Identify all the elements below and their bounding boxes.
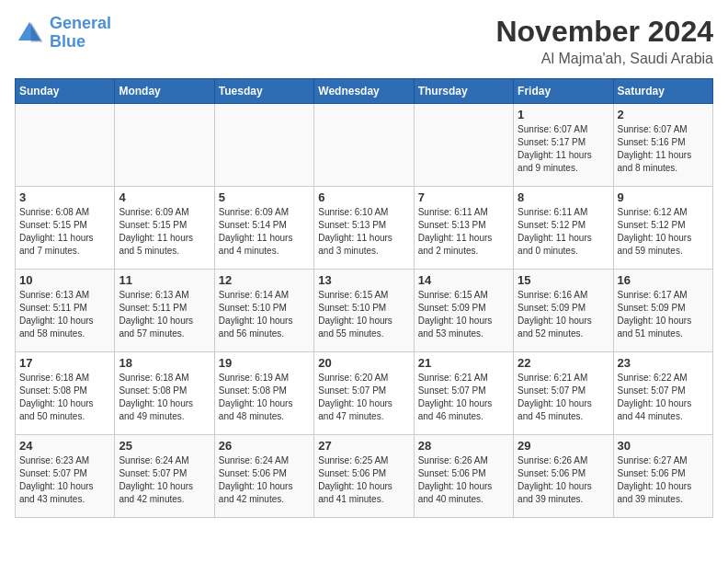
day-info: Sunrise: 6:21 AM Sunset: 5:07 PM Dayligh… bbox=[518, 372, 609, 423]
calendar-cell: 9Sunrise: 6:12 AM Sunset: 5:12 PM Daylig… bbox=[613, 187, 712, 270]
day-number: 8 bbox=[518, 190, 609, 204]
day-number: 7 bbox=[418, 190, 509, 204]
calendar-cell bbox=[414, 104, 513, 187]
day-number: 11 bbox=[119, 273, 210, 287]
calendar-cell: 3Sunrise: 6:08 AM Sunset: 5:15 PM Daylig… bbox=[16, 187, 115, 270]
day-number: 6 bbox=[318, 190, 409, 204]
calendar-cell bbox=[214, 104, 313, 187]
day-info: Sunrise: 6:26 AM Sunset: 5:06 PM Dayligh… bbox=[518, 454, 609, 506]
header-row: Sunday Monday Tuesday Wednesday Thursday… bbox=[16, 79, 713, 104]
day-info: Sunrise: 6:21 AM Sunset: 5:07 PM Dayligh… bbox=[418, 372, 509, 423]
day-info: Sunrise: 6:13 AM Sunset: 5:11 PM Dayligh… bbox=[19, 289, 110, 340]
header-sunday: Sunday bbox=[16, 79, 115, 104]
calendar-week-5: 24Sunrise: 6:23 AM Sunset: 5:07 PM Dayli… bbox=[16, 435, 713, 518]
calendar-cell: 25Sunrise: 6:24 AM Sunset: 5:07 PM Dayli… bbox=[115, 435, 214, 518]
day-info: Sunrise: 6:13 AM Sunset: 5:11 PM Dayligh… bbox=[119, 289, 210, 340]
day-info: Sunrise: 6:11 AM Sunset: 5:13 PM Dayligh… bbox=[418, 206, 509, 258]
day-info: Sunrise: 6:26 AM Sunset: 5:06 PM Dayligh… bbox=[418, 454, 509, 506]
day-info: Sunrise: 6:14 AM Sunset: 5:10 PM Dayligh… bbox=[219, 289, 310, 340]
calendar-cell: 28Sunrise: 6:26 AM Sunset: 5:06 PM Dayli… bbox=[414, 435, 513, 518]
calendar-cell bbox=[16, 104, 115, 187]
calendar-cell bbox=[314, 104, 414, 187]
calendar-cell: 4Sunrise: 6:09 AM Sunset: 5:15 PM Daylig… bbox=[115, 187, 214, 270]
day-number: 21 bbox=[418, 356, 509, 370]
day-number: 3 bbox=[19, 190, 110, 204]
day-number: 12 bbox=[219, 273, 310, 287]
day-number: 25 bbox=[119, 439, 210, 453]
day-number: 16 bbox=[618, 273, 709, 287]
calendar-cell: 26Sunrise: 6:24 AM Sunset: 5:06 PM Dayli… bbox=[214, 435, 313, 518]
day-info: Sunrise: 6:08 AM Sunset: 5:15 PM Dayligh… bbox=[19, 206, 110, 258]
logo-line2: Blue bbox=[50, 32, 85, 51]
day-info: Sunrise: 6:24 AM Sunset: 5:07 PM Dayligh… bbox=[119, 454, 210, 506]
header-monday: Monday bbox=[115, 79, 214, 104]
day-info: Sunrise: 6:15 AM Sunset: 5:09 PM Dayligh… bbox=[418, 289, 509, 340]
day-number: 4 bbox=[119, 190, 210, 204]
day-number: 14 bbox=[418, 273, 509, 287]
day-number: 10 bbox=[19, 273, 110, 287]
calendar-cell: 7Sunrise: 6:11 AM Sunset: 5:13 PM Daylig… bbox=[414, 187, 513, 270]
header-saturday: Saturday bbox=[613, 79, 712, 104]
header-tuesday: Tuesday bbox=[214, 79, 313, 104]
calendar-cell: 12Sunrise: 6:14 AM Sunset: 5:10 PM Dayli… bbox=[214, 270, 313, 352]
day-info: Sunrise: 6:09 AM Sunset: 5:14 PM Dayligh… bbox=[219, 206, 310, 258]
day-info: Sunrise: 6:25 AM Sunset: 5:06 PM Dayligh… bbox=[318, 454, 409, 506]
day-info: Sunrise: 6:12 AM Sunset: 5:12 PM Dayligh… bbox=[618, 206, 709, 258]
calendar-cell bbox=[115, 104, 214, 187]
day-number: 9 bbox=[618, 190, 709, 204]
day-number: 5 bbox=[219, 190, 310, 204]
day-info: Sunrise: 6:20 AM Sunset: 5:07 PM Dayligh… bbox=[318, 372, 409, 423]
calendar-cell: 29Sunrise: 6:26 AM Sunset: 5:06 PM Dayli… bbox=[514, 435, 613, 518]
page-header: General Blue November 2024 Al Majma'ah, … bbox=[15, 15, 713, 67]
calendar-cell: 16Sunrise: 6:17 AM Sunset: 5:09 PM Dayli… bbox=[613, 270, 712, 352]
day-info: Sunrise: 6:15 AM Sunset: 5:10 PM Dayligh… bbox=[318, 289, 409, 340]
day-info: Sunrise: 6:22 AM Sunset: 5:07 PM Dayligh… bbox=[618, 372, 709, 423]
header-friday: Friday bbox=[514, 79, 613, 104]
logo: General Blue bbox=[15, 15, 111, 52]
calendar-cell: 15Sunrise: 6:16 AM Sunset: 5:09 PM Dayli… bbox=[514, 270, 613, 352]
day-info: Sunrise: 6:16 AM Sunset: 5:09 PM Dayligh… bbox=[518, 289, 609, 340]
svg-marker-1 bbox=[31, 22, 43, 42]
calendar-cell: 20Sunrise: 6:20 AM Sunset: 5:07 PM Dayli… bbox=[314, 352, 414, 435]
calendar-cell: 21Sunrise: 6:21 AM Sunset: 5:07 PM Dayli… bbox=[414, 352, 513, 435]
calendar-cell: 17Sunrise: 6:18 AM Sunset: 5:08 PM Dayli… bbox=[16, 352, 115, 435]
day-number: 23 bbox=[618, 356, 709, 370]
calendar-cell: 11Sunrise: 6:13 AM Sunset: 5:11 PM Dayli… bbox=[115, 270, 214, 352]
day-info: Sunrise: 6:17 AM Sunset: 5:09 PM Dayligh… bbox=[618, 289, 709, 340]
calendar-cell: 13Sunrise: 6:15 AM Sunset: 5:10 PM Dayli… bbox=[314, 270, 414, 352]
month-title: November 2024 bbox=[495, 15, 713, 49]
calendar-week-3: 10Sunrise: 6:13 AM Sunset: 5:11 PM Dayli… bbox=[16, 270, 713, 352]
title-block: November 2024 Al Majma'ah, Saudi Arabia bbox=[495, 15, 713, 67]
day-info: Sunrise: 6:18 AM Sunset: 5:08 PM Dayligh… bbox=[19, 372, 110, 423]
calendar-cell: 5Sunrise: 6:09 AM Sunset: 5:14 PM Daylig… bbox=[214, 187, 313, 270]
day-number: 20 bbox=[318, 356, 409, 370]
logo-text: General Blue bbox=[50, 15, 111, 52]
day-info: Sunrise: 6:27 AM Sunset: 5:06 PM Dayligh… bbox=[618, 454, 709, 506]
day-number: 26 bbox=[219, 439, 310, 453]
day-info: Sunrise: 6:18 AM Sunset: 5:08 PM Dayligh… bbox=[119, 372, 210, 423]
day-number: 24 bbox=[19, 439, 110, 453]
day-number: 27 bbox=[318, 439, 409, 453]
calendar-cell: 1Sunrise: 6:07 AM Sunset: 5:17 PM Daylig… bbox=[514, 104, 613, 187]
calendar-week-1: 1Sunrise: 6:07 AM Sunset: 5:17 PM Daylig… bbox=[16, 104, 713, 187]
day-number: 13 bbox=[318, 273, 409, 287]
day-info: Sunrise: 6:23 AM Sunset: 5:07 PM Dayligh… bbox=[19, 454, 110, 506]
calendar-cell: 23Sunrise: 6:22 AM Sunset: 5:07 PM Dayli… bbox=[613, 352, 712, 435]
logo-line1: General bbox=[50, 14, 111, 32]
day-number: 2 bbox=[618, 108, 709, 121]
calendar-cell: 19Sunrise: 6:19 AM Sunset: 5:08 PM Dayli… bbox=[214, 352, 313, 435]
calendar-cell: 14Sunrise: 6:15 AM Sunset: 5:09 PM Dayli… bbox=[414, 270, 513, 352]
calendar-cell: 22Sunrise: 6:21 AM Sunset: 5:07 PM Dayli… bbox=[514, 352, 613, 435]
day-info: Sunrise: 6:10 AM Sunset: 5:13 PM Dayligh… bbox=[318, 206, 409, 258]
calendar-cell: 8Sunrise: 6:11 AM Sunset: 5:12 PM Daylig… bbox=[514, 187, 613, 270]
day-info: Sunrise: 6:09 AM Sunset: 5:15 PM Dayligh… bbox=[119, 206, 210, 258]
day-info: Sunrise: 6:24 AM Sunset: 5:06 PM Dayligh… bbox=[219, 454, 310, 506]
calendar-cell: 2Sunrise: 6:07 AM Sunset: 5:16 PM Daylig… bbox=[613, 104, 712, 187]
calendar-week-2: 3Sunrise: 6:08 AM Sunset: 5:15 PM Daylig… bbox=[16, 187, 713, 270]
calendar-cell: 27Sunrise: 6:25 AM Sunset: 5:06 PM Dayli… bbox=[314, 435, 414, 518]
calendar-cell: 24Sunrise: 6:23 AM Sunset: 5:07 PM Dayli… bbox=[16, 435, 115, 518]
calendar-cell: 6Sunrise: 6:10 AM Sunset: 5:13 PM Daylig… bbox=[314, 187, 414, 270]
calendar-table: Sunday Monday Tuesday Wednesday Thursday… bbox=[15, 78, 713, 518]
day-number: 19 bbox=[219, 356, 310, 370]
day-info: Sunrise: 6:07 AM Sunset: 5:16 PM Dayligh… bbox=[618, 123, 709, 175]
